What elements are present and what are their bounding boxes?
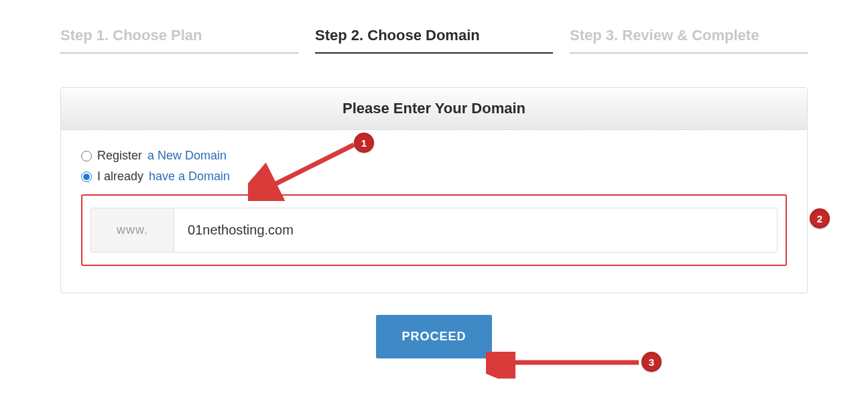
register-prefix-text: Register [97,149,142,163]
annotation-badge-1: 1 [354,133,374,153]
annotation-badge-2: 2 [810,208,830,228]
step-2-tab[interactable]: Step 2. Choose Domain [315,27,553,54]
domain-input-group: www. [90,208,778,253]
existing-domain-radio[interactable] [81,172,92,182]
domain-panel: Please Enter Your Domain Register a New … [60,87,808,293]
domain-input-highlight: www. [81,194,787,266]
arrow-icon [248,141,362,201]
have-link-text: have a Domain [149,170,230,184]
register-link-text: a New Domain [147,149,227,163]
annotation-badge-3: 3 [641,352,662,372]
domain-input[interactable] [174,208,777,252]
have-prefix-text: I already [97,170,143,184]
existing-domain-option[interactable]: I already have a Domain [81,170,787,184]
panel-title: Please Enter Your Domain [61,88,807,130]
step-3-tab[interactable]: Step 3. Review & Complete [570,27,808,54]
register-domain-radio[interactable] [81,151,92,161]
proceed-button[interactable]: PROCEED [376,315,491,358]
arrow-icon [486,352,647,379]
www-prefix: www. [91,208,174,252]
register-domain-option[interactable]: Register a New Domain [81,149,787,163]
step-1-tab[interactable]: Step 1. Choose Plan [60,27,298,54]
steps-nav: Step 1. Choose Plan Step 2. Choose Domai… [60,27,808,54]
svg-line-1 [268,145,354,188]
